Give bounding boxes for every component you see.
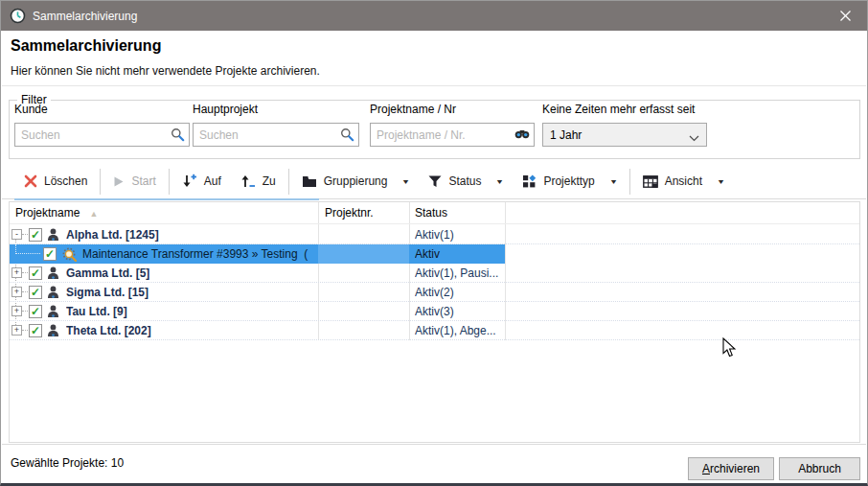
magnifier-icon[interactable] bbox=[340, 127, 354, 145]
collapse-toggle[interactable]: - bbox=[11, 229, 22, 240]
expand-toggle[interactable]: + bbox=[11, 306, 22, 316]
checkmark-icon: ✓ bbox=[31, 267, 40, 279]
page-header: Sammelarchivierung Hier können Sie nicht… bbox=[2, 31, 866, 86]
table-row-customer[interactable]: - ✓ Alpha Ltd. [1245] Aktiv(1) bbox=[10, 225, 859, 244]
project-name: Sigma Ltd. [15] bbox=[66, 286, 316, 299]
hauptprojekt-search-input[interactable] bbox=[193, 123, 359, 147]
play-icon bbox=[113, 175, 125, 188]
titlebar[interactable]: Sammelarchivierung bbox=[1, 1, 867, 31]
projecttype-dropdown-button[interactable]: Projekttyp ▼ bbox=[513, 169, 626, 195]
table-row-customer[interactable]: + ✓ Theta Ltd. [202] Aktiv(1), Abge... bbox=[10, 321, 859, 340]
column-header-projektnr[interactable]: Projektnr. bbox=[325, 206, 374, 220]
toolbar: Löschen Start Auf bbox=[2, 164, 866, 199]
start-label: Start bbox=[131, 174, 155, 188]
expand-toggle[interactable]: + bbox=[11, 325, 22, 336]
selected-projects-count: Gewählte Projekte: 10 bbox=[11, 456, 124, 470]
binoculars-icon bbox=[514, 127, 530, 144]
view-dropdown-button[interactable]: Ansicht ▼ bbox=[633, 169, 734, 195]
row-checkbox[interactable]: ✓ bbox=[29, 228, 42, 242]
status-cell: Aktiv(1) bbox=[415, 228, 504, 242]
checkmark-icon: ✓ bbox=[45, 248, 55, 260]
caret-down-icon: ▼ bbox=[609, 178, 618, 185]
cancel-label: Abbruch bbox=[798, 462, 841, 475]
close-icon bbox=[840, 11, 851, 21]
project-name: Tau Ltd. [9] bbox=[66, 305, 316, 318]
filter-funnel-icon bbox=[428, 175, 442, 188]
toolbar-separator bbox=[288, 169, 289, 195]
table-row-customer[interactable]: + ✓ Tau Ltd. [9] Aktiv(3) bbox=[10, 302, 859, 321]
tree-stub bbox=[22, 234, 28, 235]
clock-app-icon bbox=[10, 8, 26, 24]
zeitraum-label: Keine Zeiten mehr erfasst seit bbox=[542, 103, 707, 116]
tree-stub bbox=[22, 311, 28, 312]
column-header-projektname[interactable]: Projektname▲ bbox=[15, 206, 98, 220]
table-row-project-selected[interactable]: ✓ Maintenance Transformer #3993 » Testin… bbox=[10, 244, 859, 264]
table-row-customer[interactable]: + ✓ Sigma Ltd. [15] Aktiv(2) bbox=[10, 283, 859, 302]
row-checkbox[interactable]: ✓ bbox=[29, 286, 42, 299]
archive-button[interactable]: Archivieren bbox=[688, 457, 774, 480]
caret-down-icon: ▼ bbox=[717, 178, 725, 185]
checkmark-icon: ✓ bbox=[31, 325, 40, 336]
magnifier-icon[interactable] bbox=[171, 127, 185, 145]
checkmark-icon: ✓ bbox=[31, 229, 40, 241]
status-cell: Aktiv(1), Pausi... bbox=[415, 266, 504, 280]
row-checkbox[interactable]: ✓ bbox=[29, 324, 42, 337]
cancel-button[interactable]: Abbruch bbox=[779, 457, 860, 480]
row-checkbox[interactable]: ✓ bbox=[29, 305, 42, 318]
collapse-all-button[interactable]: Zu bbox=[231, 169, 286, 195]
grouping-dropdown-button[interactable]: Gruppierung ▼ bbox=[292, 169, 420, 195]
expand-toggle[interactable]: + bbox=[11, 267, 22, 278]
zeitraum-value: 1 Jahr bbox=[550, 128, 582, 142]
zeitraum-select[interactable]: 1 Jahr bbox=[542, 123, 707, 147]
project-name: Gamma Ltd. [5] bbox=[66, 266, 316, 280]
customer-person-icon bbox=[47, 305, 59, 321]
table-row-customer[interactable]: + ✓ Gamma Ltd. [5] Aktiv(1), Pausi... bbox=[10, 264, 859, 283]
projecttype-label: Projekttyp bbox=[543, 174, 594, 188]
project-name: Alpha Ltd. [1245] bbox=[66, 228, 316, 242]
expand-all-button[interactable]: Auf bbox=[172, 169, 231, 195]
arrow-up-minus-icon bbox=[240, 174, 256, 189]
column-header-status[interactable]: Status bbox=[415, 206, 447, 220]
customer-person-icon bbox=[47, 266, 59, 283]
dialog-window: Sammelarchivierung Sammelarchivierung Hi… bbox=[0, 0, 868, 486]
collapse-all-label: Zu bbox=[263, 174, 276, 188]
archive-label: rchivieren bbox=[710, 462, 760, 475]
grid-body: - ✓ Alpha Ltd. [1245] Aktiv(1) bbox=[10, 225, 859, 340]
sort-asc-icon: ▲ bbox=[89, 209, 98, 219]
close-button[interactable] bbox=[823, 1, 867, 31]
row-checkbox[interactable]: ✓ bbox=[43, 247, 57, 261]
customer-person-icon bbox=[47, 228, 59, 244]
expand-all-label: Auf bbox=[204, 174, 221, 188]
kunde-search-input[interactable] bbox=[14, 123, 190, 147]
field-hauptprojekt: Hauptprojekt bbox=[193, 103, 359, 147]
view-label: Ansicht bbox=[665, 174, 702, 188]
project-name: Theta Ltd. [202] bbox=[66, 324, 316, 337]
status-label: Status bbox=[448, 174, 481, 188]
toolbar-separator bbox=[629, 169, 630, 195]
field-zeitraum: Keine Zeiten mehr erfasst seit 1 Jahr bbox=[542, 103, 707, 147]
footer-divider bbox=[2, 444, 866, 445]
tree-stub bbox=[22, 330, 28, 331]
row-checkbox[interactable]: ✓ bbox=[29, 266, 42, 280]
status-cell: Aktiv(1), Abge... bbox=[415, 324, 504, 337]
customer-person-icon bbox=[47, 286, 59, 302]
project-name: Maintenance Transformer #3993 » Testing … bbox=[82, 247, 318, 261]
squares-icon bbox=[522, 174, 537, 189]
window-title: Sammelarchivierung bbox=[33, 10, 137, 23]
status-cell: Aktiv(3) bbox=[415, 305, 504, 318]
status-dropdown-button[interactable]: Status ▼ bbox=[419, 169, 513, 195]
caret-down-icon: ▼ bbox=[401, 178, 410, 185]
start-button[interactable]: Start bbox=[103, 169, 165, 195]
caret-down-icon: ▼ bbox=[495, 178, 504, 185]
delete-label: Löschen bbox=[44, 174, 87, 188]
hauptprojekt-label: Hauptprojekt bbox=[193, 103, 359, 116]
projektname-input[interactable] bbox=[370, 123, 535, 147]
delete-button[interactable]: Löschen bbox=[14, 169, 97, 195]
kunde-label: Kunde bbox=[14, 103, 190, 116]
page-title: Sammelarchivierung bbox=[11, 37, 161, 55]
checkmark-icon: ✓ bbox=[31, 287, 40, 298]
field-kunde: Kunde bbox=[14, 103, 190, 147]
grid-header: Projektname▲ Projektnr. Status bbox=[10, 202, 859, 224]
checkmark-icon: ✓ bbox=[31, 306, 40, 317]
expand-toggle[interactable]: + bbox=[11, 287, 22, 297]
